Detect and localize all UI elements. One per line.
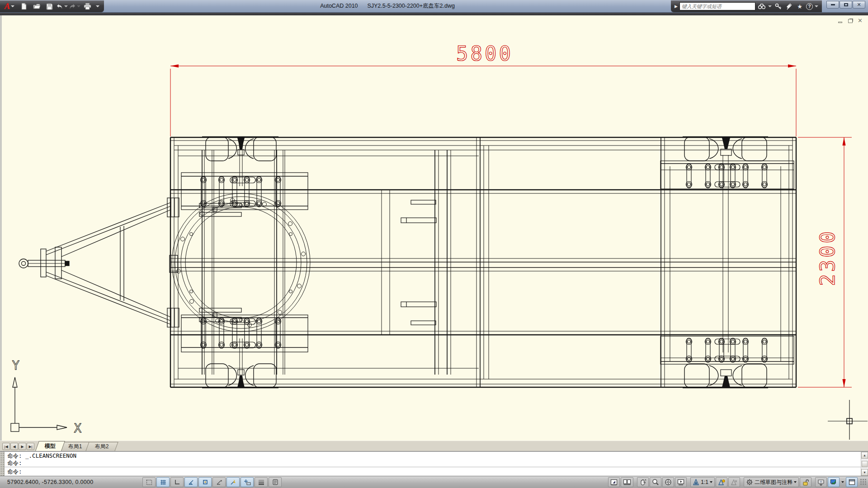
doc-restore-button[interactable] <box>847 18 854 23</box>
close-button[interactable]: ✕ <box>853 1 865 9</box>
minimize-button[interactable] <box>826 1 839 9</box>
model-space-icon <box>610 479 618 486</box>
minimize-icon <box>831 4 835 5</box>
drawing-canvas[interactable]: ✕ 5800 2300 <box>0 15 868 441</box>
scroll-down-icon[interactable]: ▼ <box>861 469 868 476</box>
communication-satellite-icon[interactable] <box>784 2 793 11</box>
command-input-line[interactable]: 命令: <box>5 467 861 476</box>
annotation-scale-icon <box>693 479 699 485</box>
turntable-bolt-holes <box>177 198 306 327</box>
search-options-arrow-icon[interactable] <box>768 5 772 7</box>
magnifier-icon <box>652 479 659 486</box>
performance-button[interactable] <box>828 477 840 487</box>
ortho-toggle[interactable] <box>170 477 184 487</box>
save-button[interactable] <box>43 1 55 11</box>
annotation-visibility-icon <box>718 479 725 486</box>
snap-icon <box>146 479 153 486</box>
ducs-toggle[interactable] <box>226 477 240 487</box>
zoom-button[interactable] <box>650 477 661 487</box>
grid-icon <box>160 479 167 486</box>
workspace-name: 二维草图与注释 <box>755 479 793 486</box>
pan-hand-icon <box>639 479 646 486</box>
dimension-length-text: 5800 <box>456 42 513 65</box>
crosshair-cursor <box>828 400 868 440</box>
command-scrollbar[interactable]: ▲ ▼ <box>861 452 868 476</box>
snap-toggle[interactable] <box>142 477 156 487</box>
lwt-toggle[interactable] <box>255 477 268 487</box>
dimension-width-text: 2300 <box>816 229 839 286</box>
scroll-up-icon[interactable]: ▲ <box>861 452 868 459</box>
command-history: 命令: _.CLEANSCREENON 命令: 命令: <box>5 452 861 476</box>
polar-toggle[interactable] <box>184 477 198 487</box>
otrack-toggle[interactable] <box>212 477 226 487</box>
quick-properties-toggle[interactable] <box>269 477 282 487</box>
doc-close-icon: ✕ <box>858 18 863 23</box>
open-button[interactable] <box>31 1 42 11</box>
scroll-thumb[interactable] <box>862 461 868 467</box>
annotation-scale-button[interactable]: 1:1 <box>690 477 715 487</box>
favorites-star-icon[interactable]: ★ <box>795 2 804 11</box>
chassis-frame <box>28 137 796 388</box>
ducs-icon <box>230 479 237 486</box>
redo-icon <box>69 3 76 9</box>
title-bar: A AutoCAD 2010 SJY2.5-5-2300-2200+底盘车2.d… <box>0 0 868 13</box>
doc-minimize-icon <box>838 22 842 23</box>
plot-button[interactable] <box>81 1 93 11</box>
prev-tab-button[interactable]: ◀ <box>10 443 18 450</box>
model-space-button[interactable] <box>608 477 620 487</box>
redo-dropdown-icon <box>77 5 80 7</box>
grid-toggle[interactable] <box>156 477 170 487</box>
workspace-switch-button[interactable]: 二维草图与注释 <box>744 477 799 487</box>
steering-wheel-icon <box>665 479 672 486</box>
new-button[interactable] <box>18 1 30 11</box>
isolate-objects-button[interactable] <box>815 477 827 487</box>
next-tab-button[interactable]: ▶ <box>19 443 26 450</box>
menu-arrow-icon <box>11 5 14 7</box>
redo-button[interactable] <box>69 1 80 11</box>
last-tab-button[interactable]: ▶| <box>27 443 34 450</box>
help-dropdown-icon[interactable] <box>815 5 818 7</box>
search-input[interactable] <box>679 2 755 10</box>
tab-layout2[interactable]: 布局2 <box>85 442 118 451</box>
dyn-toggle[interactable] <box>241 477 254 487</box>
command-history-line: 命令: <box>7 460 858 467</box>
binoculars-search-icon[interactable] <box>757 2 766 11</box>
first-tab-button[interactable]: |◀ <box>2 443 10 450</box>
window-title: AutoCAD 2010 SJY2.5-5-2300-2200+底盘车2.dwg <box>104 2 671 10</box>
autocad-logo-button[interactable]: A <box>2 1 17 12</box>
osnap-toggle[interactable] <box>198 477 212 487</box>
save-floppy-icon <box>46 3 53 10</box>
status-menu-arrow-icon[interactable] <box>841 481 844 483</box>
tab-model[interactable]: 模型 <box>35 441 65 451</box>
steering-wheel-button[interactable] <box>662 477 674 487</box>
search-toggle-arrow-icon[interactable]: ▶ <box>675 4 678 9</box>
restore-button[interactable] <box>840 1 852 9</box>
clean-screen-button[interactable] <box>846 477 858 487</box>
open-folder-icon <box>33 3 41 10</box>
command-history-lines: 命令: _.CLEANSCREENON 命令: <box>5 452 861 467</box>
doc-minimize-button[interactable] <box>837 18 844 23</box>
toolbar-lock-button[interactable] <box>800 477 811 487</box>
coordinate-display[interactable]: 57902.6400, -5726.3300, 0.0000 <box>1 479 142 485</box>
pan-button[interactable] <box>637 477 649 487</box>
document-window-controls: ✕ <box>837 18 863 23</box>
annotation-scale-arrow-icon <box>710 481 712 483</box>
command-window: 命令: _.CLEANSCREENON 命令: 命令: ▲ ▼ <box>0 451 868 476</box>
leaf-springs <box>181 161 794 364</box>
show-motion-button[interactable] <box>675 477 687 487</box>
undo-button[interactable] <box>56 1 68 11</box>
doc-restore-icon <box>848 19 853 23</box>
doc-close-button[interactable]: ✕ <box>857 18 863 23</box>
help-icon[interactable]: ? <box>806 3 813 10</box>
clean-screen-icon <box>849 479 855 485</box>
annotation-visibility-button[interactable] <box>716 477 727 487</box>
subscription-key-icon[interactable] <box>774 2 783 11</box>
command-window-grip[interactable] <box>0 452 5 476</box>
resize-grip[interactable] <box>860 479 867 486</box>
command-history-line: 命令: _.CLEANSCREENON <box>7 452 858 460</box>
osnap-icon <box>202 479 209 486</box>
auto-annotation-button[interactable] <box>728 477 740 487</box>
ucs-y-label: Y <box>12 358 19 372</box>
toolbar-overflow-icon[interactable] <box>96 5 99 7</box>
quick-view-layouts-button[interactable] <box>621 477 633 487</box>
